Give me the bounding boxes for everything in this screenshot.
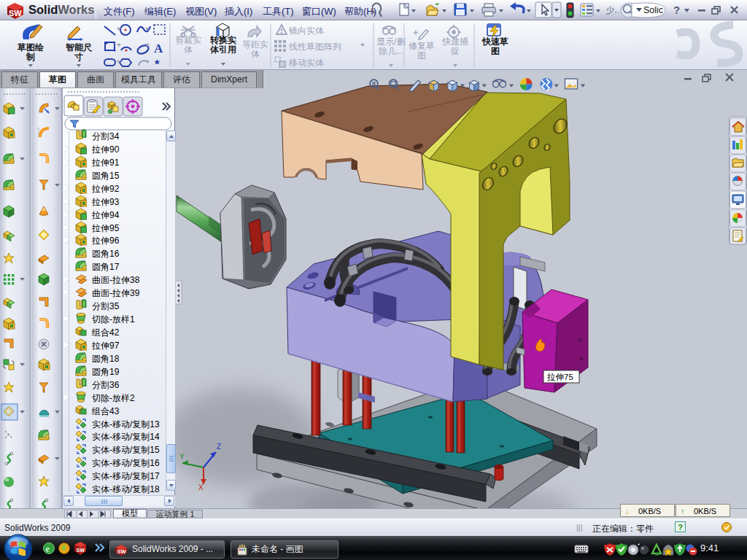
svg-text:Y: Y [179, 453, 185, 461]
svg-text:SW: SW [77, 548, 85, 553]
svg-text:?: ? [673, 4, 680, 16]
svg-text:+: + [413, 27, 419, 38]
svg-text:Solic: Solic [643, 5, 663, 15]
svg-text:*: * [155, 58, 160, 70]
svg-text:X: X [198, 483, 204, 491]
svg-text:Z: Z [217, 443, 221, 451]
svg-text:SW: SW [117, 548, 127, 555]
svg-text:e: e [46, 544, 50, 554]
svg-text:拉伸75: 拉伸75 [546, 373, 573, 381]
svg-text:少..: 少.. [605, 5, 619, 15]
svg-text:A: A [154, 42, 163, 55]
svg-text:SW: SW [9, 9, 22, 18]
